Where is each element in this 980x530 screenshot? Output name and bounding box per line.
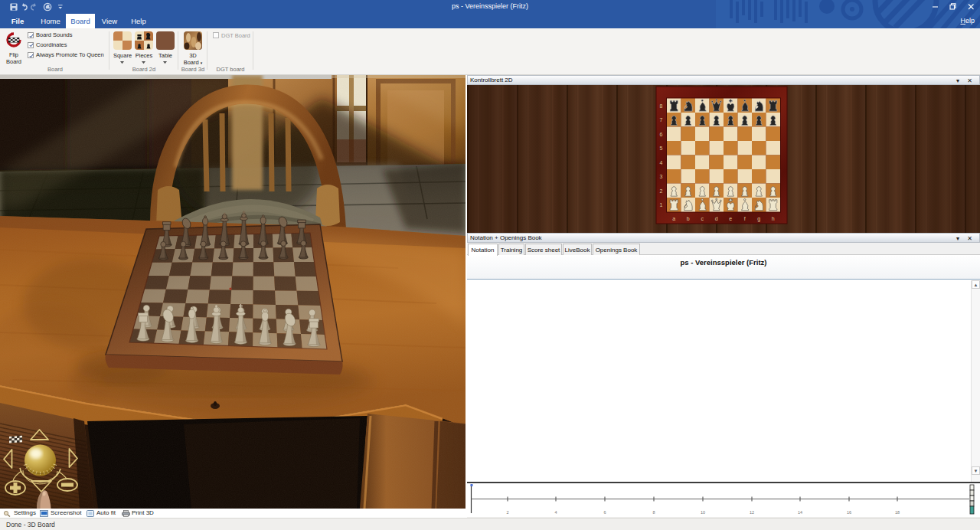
svg-text:18: 18 [895,510,900,515]
svg-text:f: f [744,216,746,221]
svg-text:8: 8 [660,103,663,109]
svg-text:4: 4 [660,160,663,165]
svg-text:d: d [715,216,718,221]
svg-text:16: 16 [847,510,851,515]
svg-text:2: 2 [506,510,508,515]
svg-text:e: e [729,216,732,221]
svg-text:5: 5 [660,146,663,151]
svg-text:10: 10 [701,510,705,515]
svg-text:3: 3 [660,174,663,179]
svg-text:c: c [701,216,704,221]
svg-text:14: 14 [798,510,802,515]
svg-text:b: b [687,216,690,221]
svg-text:a: a [672,216,675,221]
svg-text:h: h [772,216,775,221]
svg-text:8: 8 [652,510,655,515]
svg-text:4: 4 [554,510,557,515]
svg-text:7: 7 [660,117,663,123]
svg-text:2: 2 [660,188,663,194]
svg-text:g: g [757,216,760,222]
svg-text:6: 6 [603,510,606,515]
svg-text:6: 6 [660,132,663,137]
svg-text:1: 1 [660,202,663,208]
svg-text:12: 12 [750,510,754,515]
